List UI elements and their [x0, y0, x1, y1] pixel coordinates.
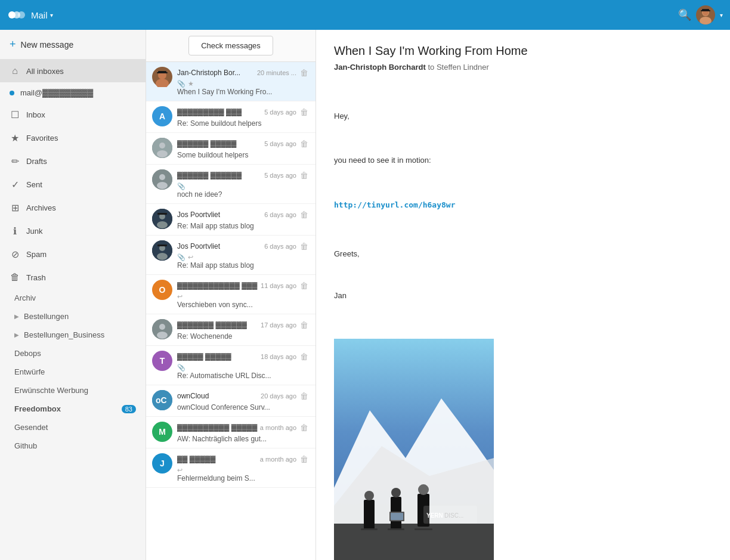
email-image-container: LIVE FROM THE OFFICE: [334, 339, 712, 560]
svg-point-16: [159, 174, 165, 180]
delete-message-button[interactable]: 🗑: [299, 138, 310, 150]
email-body: Hey, you need to see it in motion: http:…: [334, 83, 712, 329]
message-subject: Re: Some buildout helpers: [177, 119, 310, 128]
sidebar-folder-bestellungen-business[interactable]: ▶ Bestellungen_Business: [0, 326, 146, 344]
new-message-label: New message: [21, 40, 74, 49]
sidebar-folder-entwurfe[interactable]: Entwürfe: [0, 363, 146, 381]
message-time: 18 days ago: [261, 353, 296, 360]
sidebar-folder-gesendet[interactable]: Gesendet: [0, 418, 146, 437]
check-messages-button[interactable]: Check messages: [188, 36, 273, 55]
delete-message-button[interactable]: 🗑: [299, 67, 310, 79]
message-item[interactable]: A ▓▓▓▓▓▓▓▓▓ ▓▓▓ 5 days ago 🗑 Re: Some bu…: [146, 101, 315, 133]
message-header: Jan-Christoph Bor... 20 minutes ... 🗑: [177, 67, 310, 79]
message-subject: Re: Wochenende: [177, 332, 310, 341]
folder-label: Bestellungen_Business: [24, 330, 104, 339]
sidebar-folder-erwunschte-werbung[interactable]: Erwünschte Werbung: [0, 381, 146, 400]
message-time: 6 days ago: [264, 211, 296, 218]
search-icon[interactable]: 🔍: [678, 8, 691, 21]
sender-avatar: O: [152, 280, 172, 300]
svg-point-27: [159, 324, 165, 330]
sender-name: Jan-Christoph Bor...: [177, 69, 255, 77]
sidebar-item-inbox[interactable]: ☐ Inbox: [0, 103, 146, 126]
star-icon: ★: [10, 132, 20, 144]
avatar-image: [152, 209, 172, 229]
message-item[interactable]: O ▓▓▓▓▓▓▓▓▓▓▓▓ ▓▓▓ 11 days ago 🗑 ↩ Versc…: [146, 275, 315, 314]
delete-message-button[interactable]: 🗑: [299, 106, 310, 118]
svg-point-20: [157, 221, 168, 228]
trash-icon: 🗑: [10, 272, 20, 283]
message-content: ▓▓▓▓▓ ▓▓▓▓▓ 18 days ago 🗑 📎 Re: Automati…: [177, 351, 310, 380]
folder-label: Github: [14, 441, 37, 450]
sidebar-item-drafts[interactable]: ✏ Drafts: [0, 150, 146, 173]
sidebar-item-all-inboxes[interactable]: ⌂ All inboxes: [0, 60, 146, 82]
sidebar-folder-freedombox[interactable]: Freedombox 83: [0, 400, 146, 418]
message-item[interactable]: Jos Poortvliet 6 days ago 🗑 Re: Mail app…: [146, 204, 315, 236]
email-embedded-image: LIVE FROM THE OFFICE: [334, 339, 494, 560]
sidebar-folder-bestellungen[interactable]: ▶ Bestellungen: [0, 307, 146, 326]
svg-rect-7: [701, 10, 710, 11]
message-item[interactable]: oC ownCloud 20 days ago 🗑 ownCloud Confe…: [146, 385, 315, 417]
message-time: 5 days ago: [264, 109, 296, 116]
delete-message-button[interactable]: 🗑: [299, 240, 310, 252]
body-line1: you need to see it in motion:: [334, 154, 712, 167]
svg-point-14: [157, 150, 168, 157]
app-name[interactable]: Mail ▾: [31, 10, 53, 20]
email-link[interactable]: http://tinyurl.com/h6ay8wr: [334, 199, 712, 212]
sender-avatar: [152, 138, 172, 158]
home-icon: ⌂: [10, 66, 20, 76]
sidebar-item-spam[interactable]: ⊘ Spam: [0, 243, 146, 266]
message-item[interactable]: Jos Poortvliet 6 days ago 🗑 📎 ↩ Re: Mail…: [146, 236, 315, 275]
avatar[interactable]: [696, 5, 715, 24]
email-to: Steffen Lindner: [437, 63, 489, 72]
sidebar-item-label: Inbox: [26, 110, 136, 119]
svg-point-17: [157, 182, 168, 189]
app-logo[interactable]: [7, 5, 26, 24]
message-item[interactable]: ▓▓▓▓▓▓ ▓▓▓▓▓ 5 days ago 🗑 Some buildout …: [146, 133, 315, 165]
message-subject: Re: Mail app status blog: [177, 261, 310, 270]
sender-name: ▓▓▓▓▓▓ ▓▓▓▓▓: [177, 140, 262, 148]
svg-point-9: [156, 79, 169, 87]
sender-name: Jos Poortvliet: [177, 211, 262, 219]
sidebar-item-favorites[interactable]: ★ Favorites: [0, 126, 146, 150]
svg-point-2: [18, 11, 25, 18]
delete-message-button[interactable]: 🗑: [299, 169, 310, 181]
delete-message-button[interactable]: 🗑: [299, 422, 310, 434]
sidebar-item-label: Drafts: [26, 157, 136, 166]
sidebar-item-sent[interactable]: ✓ Sent: [0, 173, 146, 196]
reply-icon: ↩: [177, 293, 182, 301]
sender-name: ▓▓▓▓▓▓▓ ▓▓▓▓▓▓: [177, 321, 258, 329]
sender-name: ▓▓▓▓▓▓▓▓▓▓ ▓▓▓▓▓: [177, 423, 258, 432]
message-header: ▓▓▓▓▓▓▓ ▓▓▓▓▓▓ 17 days ago 🗑: [177, 319, 310, 331]
email-from: Jan-Christoph Borchardt: [334, 63, 426, 72]
delete-message-button[interactable]: 🗑: [299, 209, 310, 221]
sidebar-folder-archiv[interactable]: Archiv: [0, 289, 146, 307]
message-item[interactable]: M ▓▓▓▓▓▓▓▓▓▓ ▓▓▓▓▓ a month ago 🗑 AW: Nac…: [146, 417, 315, 448]
delete-message-button[interactable]: 🗑: [299, 453, 310, 465]
sidebar-item-archives[interactable]: ⊞ Archives: [0, 196, 146, 219]
sidebar: + New message ⌂ All inboxes mail@▓▓▓▓▓▓▓…: [0, 30, 146, 560]
message-subject: noch ne idee?: [177, 190, 310, 199]
sidebar-folder-github[interactable]: Github: [0, 437, 146, 455]
delete-message-button[interactable]: 🗑: [299, 390, 310, 402]
message-content: Jan-Christoph Bor... 20 minutes ... 🗑 📎 …: [177, 67, 310, 96]
message-item[interactable]: ▓▓▓▓▓▓▓ ▓▓▓▓▓▓ 17 days ago 🗑 Re: Wochene…: [146, 314, 315, 346]
delete-message-button[interactable]: 🗑: [299, 351, 310, 363]
sidebar-item-junk[interactable]: ℹ Junk: [0, 219, 146, 243]
message-item[interactable]: ▓▓▓▓▓▓ ▓▓▓▓▓▓ 5 days ago 🗑 📎 noch ne ide…: [146, 165, 315, 204]
message-time: 5 days ago: [264, 140, 296, 147]
delete-message-button[interactable]: 🗑: [299, 319, 310, 331]
attachment-icon: 📎: [177, 253, 185, 261]
new-message-button[interactable]: + New message: [0, 30, 146, 60]
message-item[interactable]: T ▓▓▓▓▓ ▓▓▓▓▓ 18 days ago 🗑 📎 Re: Automa…: [146, 346, 315, 385]
message-header: ▓▓▓▓▓▓▓▓▓▓ ▓▓▓▓▓ a month ago 🗑: [177, 422, 310, 434]
sidebar-folder-debops[interactable]: Debops: [0, 344, 146, 363]
message-time: 6 days ago: [264, 243, 296, 250]
message-item[interactable]: J ▓▓ ▓▓▓▓▓ a month ago 🗑 ↩ Fehlermeldung…: [146, 448, 315, 488]
message-header: Jos Poortvliet 6 days ago 🗑: [177, 240, 310, 252]
delete-message-button[interactable]: 🗑: [299, 280, 310, 292]
user-menu-chevron[interactable]: ▾: [720, 12, 723, 18]
message-item[interactable]: Jan-Christoph Bor... 20 minutes ... 🗑 📎 …: [146, 62, 315, 101]
sidebar-item-mail-account[interactable]: mail@▓▓▓▓▓▓▓▓▓: [0, 82, 146, 103]
sidebar-item-trash[interactable]: 🗑 Trash: [0, 266, 146, 289]
attachment-icon: 📎: [177, 80, 185, 88]
